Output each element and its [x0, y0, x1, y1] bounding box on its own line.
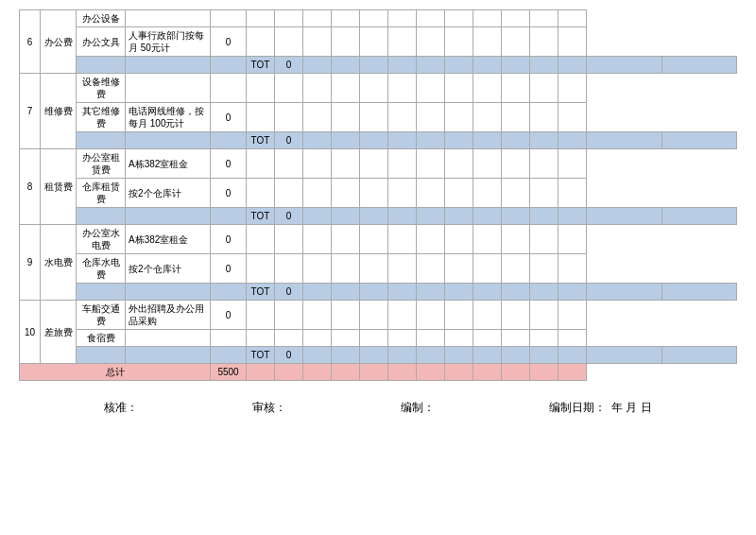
month-cell: [473, 74, 502, 103]
row-amount: 0: [211, 179, 247, 208]
tot-cat: [126, 347, 211, 364]
month-cell: [445, 10, 473, 27]
month-cell: [332, 254, 360, 284]
compile-label: 编制：: [401, 400, 435, 416]
month-cell: [303, 225, 332, 254]
row-num: 10: [20, 301, 41, 364]
month-cell: [558, 27, 587, 57]
month-cell: [247, 10, 275, 27]
month-cell: [587, 208, 662, 225]
month-cell: [662, 208, 737, 225]
month-cell: [303, 330, 332, 347]
month-cell: [502, 284, 530, 301]
row-desc: [126, 74, 211, 103]
month-cell: [303, 284, 332, 301]
tot-label: TOT: [247, 57, 275, 74]
month-cell: [473, 347, 502, 364]
month-cell: [473, 208, 502, 225]
month-cell: [473, 364, 502, 381]
month-cell: [417, 132, 445, 149]
month-cell: [303, 74, 332, 103]
month-cell: [558, 284, 587, 301]
grand-total-label: 总计: [20, 364, 211, 381]
month-cell: [558, 225, 587, 254]
month-cell: [332, 57, 360, 74]
month-cell: [275, 10, 303, 27]
month-cell: [332, 103, 360, 132]
tot-cat: [126, 132, 211, 149]
month-cell: [502, 364, 530, 381]
month-cell: [502, 10, 530, 27]
month-cell: [473, 132, 502, 149]
row-amount: 0: [211, 254, 247, 284]
month-cell: [502, 254, 530, 284]
row-num: 6: [20, 10, 41, 74]
month-cell: [247, 254, 275, 284]
approve-label: 核准：: [104, 400, 138, 416]
row-cat: 维修费: [41, 74, 77, 149]
month-cell: [332, 225, 360, 254]
month-cell: [417, 364, 445, 381]
month-cell: [275, 330, 303, 347]
tot-label: TOT: [247, 347, 275, 364]
row-sub: 仓库租赁费: [77, 179, 126, 208]
row-amount: 0: [211, 225, 247, 254]
month-cell: [502, 57, 530, 74]
month-cell: [417, 10, 445, 27]
month-cell: [530, 27, 558, 57]
month-cell: [332, 74, 360, 103]
month-cell: [473, 284, 502, 301]
month-cell: [417, 254, 445, 284]
month-cell: [530, 225, 558, 254]
month-cell: [388, 132, 417, 149]
month-cell: [445, 364, 473, 381]
month-cell: [275, 74, 303, 103]
row-amount: 0: [211, 149, 247, 179]
month-cell: [275, 149, 303, 179]
month-cell: [247, 103, 275, 132]
row-sub: 仓库水电费: [77, 254, 126, 284]
month-cell: [445, 149, 473, 179]
month-cell: [332, 27, 360, 57]
month-cell: [360, 284, 388, 301]
month-cell: [530, 74, 558, 103]
month-cell: [388, 284, 417, 301]
month-cell: [558, 132, 587, 149]
row-cat: 办公费: [41, 10, 77, 74]
month-cell: [417, 74, 445, 103]
month-cell: [388, 364, 417, 381]
row-sub: 其它维修费: [77, 103, 126, 132]
month-cell: [417, 284, 445, 301]
month-cell: [388, 330, 417, 347]
month-cell: [587, 132, 662, 149]
tot-num: [77, 208, 126, 225]
month-cell: [360, 301, 388, 330]
month-cell: [360, 330, 388, 347]
month-cell: [360, 208, 388, 225]
month-cell: [275, 27, 303, 57]
month-cell: [303, 27, 332, 57]
month-cell: [473, 179, 502, 208]
month-cell: [332, 284, 360, 301]
month-cell: [502, 103, 530, 132]
row-cat: 租赁费: [41, 149, 77, 225]
month-cell: [445, 301, 473, 330]
month-cell: [473, 57, 502, 74]
row-amount: [211, 10, 247, 27]
month-cell: [558, 208, 587, 225]
month-cell: [388, 179, 417, 208]
month-cell: [303, 132, 332, 149]
month-cell: [360, 57, 388, 74]
month-cell: [360, 225, 388, 254]
month-cell: [417, 57, 445, 74]
row-num: 7: [20, 74, 41, 149]
month-cell: [332, 208, 360, 225]
row-desc: A栋382室租金: [126, 225, 211, 254]
month-cell: [587, 284, 662, 301]
month-cell: [388, 57, 417, 74]
month-cell: [360, 10, 388, 27]
month-cell: [303, 254, 332, 284]
month-cell: [587, 57, 662, 74]
month-cell: [530, 57, 558, 74]
tot-num: [77, 347, 126, 364]
